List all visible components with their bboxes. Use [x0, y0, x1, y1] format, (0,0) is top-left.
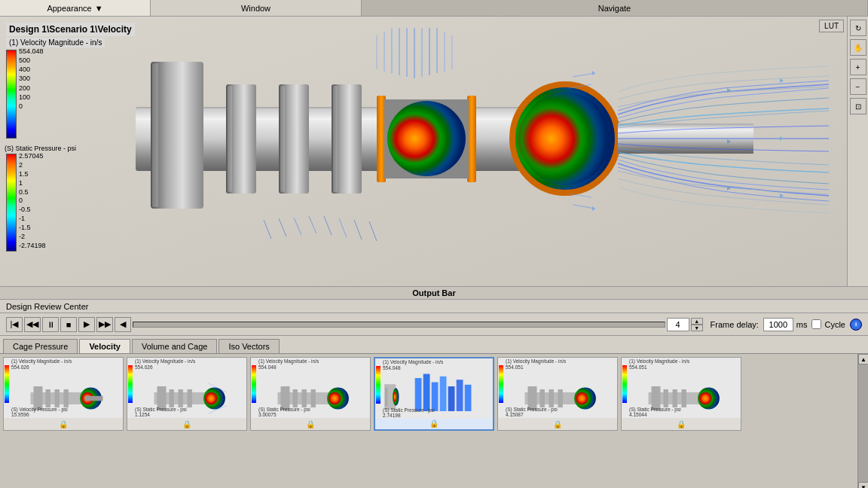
thumbnail-3-scale [252, 365, 256, 403]
skip-back-button[interactable]: |◀ [6, 317, 23, 332]
frame-controls: 4 ▲ ▼ [667, 318, 703, 331]
menu-bar: Appearance ▼ Window Navigate [0, 0, 868, 17]
svg-rect-67 [293, 389, 298, 407]
scroll-down-button[interactable]: ▼ [858, 482, 868, 488]
thumbnail-4[interactable]: (1) Velocity Magnitude - in/s 554.048 [374, 357, 494, 431]
tab-iso-vectors[interactable]: Iso Vectors [219, 339, 279, 353]
thumbnail-5-scale [499, 365, 503, 403]
play-button[interactable]: ▶ [78, 317, 95, 332]
svg-rect-91 [682, 389, 686, 407]
scroll-up-button[interactable]: ▲ [858, 354, 868, 364]
toolbar-zoom-in[interactable]: + [850, 59, 866, 75]
frame-spin-up[interactable]: ▲ [691, 318, 703, 325]
thumbnail-6[interactable]: (1) Velocity Magnitude - in/s 554.051 [621, 357, 741, 431]
toolbar-rotate[interactable]: ↻ [850, 20, 866, 36]
viewport: Design 1\Scenario 1\Velocity (1) Velocit… [0, 17, 868, 286]
svg-rect-53 [55, 389, 60, 407]
toolbar-pan[interactable]: ✋ [850, 39, 866, 56]
svg-rect-17 [228, 86, 232, 192]
svg-point-27 [520, 92, 610, 185]
velocity-scale-container [6, 50, 17, 139]
thumbnail-5[interactable]: (1) Velocity Magnitude - in/s 554.051 [497, 357, 618, 431]
toolbar-fit[interactable]: ⊡ [850, 98, 866, 114]
thumbnail-3[interactable]: (1) Velocity Magnitude - in/s 554.048 [250, 357, 371, 431]
toolbar-zoom-out[interactable]: − [850, 78, 866, 95]
menu-window[interactable]: Window [151, 0, 362, 16]
svg-rect-74 [440, 377, 447, 411]
svg-point-25 [387, 101, 466, 176]
svg-rect-79 [385, 387, 387, 406]
pause-button[interactable]: ⏸ [42, 317, 59, 332]
cycle-label: Cycle [824, 320, 845, 329]
thumbnail-1-label: (1) Velocity Magnitude - in/s 554.026 [11, 358, 122, 371]
ms-label: ms [796, 320, 808, 329]
stop-button[interactable]: ■ [60, 317, 77, 332]
drc-header: Design Review Center [0, 300, 868, 313]
tab-velocity[interactable]: Velocity [79, 339, 130, 353]
scroll-track [858, 364, 868, 482]
svg-rect-71 [415, 378, 422, 411]
playback-progress[interactable] [133, 322, 665, 328]
thumbnail-2-lock: 🔒 [182, 420, 191, 429]
thumbnail-5-inner: (1) Velocity Magnitude - in/s 554.051 [498, 358, 617, 418]
thumbnails-scroll-area: (1) Velocity Magnitude - in/s 554.026 [0, 354, 868, 488]
next-frame-button[interactable]: ▶▶ [96, 317, 113, 332]
tab-cage-pressure[interactable]: Cage Pressure [3, 339, 78, 353]
thumbnail-4-chart [402, 370, 491, 411]
svg-rect-19 [280, 86, 285, 192]
frame-number-input[interactable]: 4 [667, 318, 689, 331]
thumbnail-3-sublabel: (S) Static Pressure - psi 3.00075 [258, 407, 369, 417]
viewport-title: Design 1\Scenario 1\Velocity [6, 23, 135, 36]
frame-spin-down[interactable]: ▼ [691, 325, 703, 331]
cycle-checkbox[interactable] [811, 319, 821, 329]
thumbnail-2-inner: (1) Velocity Magnitude - in/s 554.026 [127, 358, 246, 418]
svg-rect-76 [457, 380, 463, 411]
svg-rect-56 [85, 396, 103, 401]
svg-rect-52 [46, 389, 50, 407]
menu-window-label: Window [241, 4, 270, 13]
viewport-svg [0, 17, 868, 286]
menu-appearance[interactable]: Appearance ▼ [0, 0, 151, 16]
svg-rect-14 [151, 62, 203, 209]
prev-frame-button[interactable]: ◀◀ [24, 317, 41, 332]
svg-rect-15 [152, 63, 158, 207]
thumbnail-4-scale [376, 366, 381, 404]
thumbnail-1-sublabel: (S) Velocity Pressure - psi 15.9596 [11, 407, 122, 417]
thumbnail-3-inner: (1) Velocity Magnitude - in/s 554.048 [251, 358, 370, 418]
menu-navigate-label: Navigate [598, 4, 631, 13]
svg-rect-59 [170, 389, 174, 407]
svg-rect-72 [423, 374, 430, 412]
frame-delay-input[interactable] [763, 318, 793, 331]
right-toolbar: ↻ ✋ + − ⊡ [847, 17, 868, 286]
svg-rect-83 [540, 389, 545, 407]
thumbnail-3-label: (1) Velocity Magnitude - in/s 554.048 [258, 358, 369, 371]
thumbnail-1-lock: 🔒 [59, 420, 68, 429]
thumbnail-2-label: (1) Velocity Magnitude - in/s 554.026 [135, 358, 246, 371]
svg-rect-90 [673, 389, 677, 407]
svg-rect-84 [549, 389, 554, 407]
svg-point-80 [393, 388, 399, 406]
expand-button[interactable]: ◀ [115, 317, 131, 332]
thumbnail-6-inner: (1) Velocity Magnitude - in/s 554.051 [622, 358, 741, 418]
thumbnail-6-label: (1) Velocity Magnitude - in/s 554.051 [629, 358, 740, 371]
menu-appearance-label: Appearance [47, 4, 91, 13]
thumbnail-3-lock: 🔒 [306, 420, 315, 429]
thumbnail-6-scale [622, 365, 627, 403]
thumbnail-2-scale [128, 365, 133, 403]
pressure-color-bar [6, 154, 17, 252]
thumbnail-5-lock: 🔒 [553, 420, 562, 429]
lut-button[interactable]: LUT [819, 20, 844, 32]
svg-rect-85 [558, 389, 563, 407]
bottom-section: Design Review Center |◀ ◀◀ ⏸ ■ ▶ ▶▶ ◀ 4 … [0, 300, 868, 488]
svg-rect-69 [311, 389, 316, 407]
tab-bar: Cage Pressure Velocity Volume and Cage I… [0, 336, 868, 354]
thumbnail-4-sublabel: (S) Static Pressure - psi 2.74198 [383, 407, 492, 418]
pressure-scale-title: (S) Static Pressure - psi [5, 145, 76, 152]
frame-spinner[interactable]: ▲ ▼ [691, 318, 703, 331]
menu-navigate[interactable]: Navigate [362, 0, 868, 16]
frame-delay-label: Frame delay: [711, 320, 759, 329]
tab-volume-cage[interactable]: Volume and Cage [132, 339, 217, 353]
thumbnail-2[interactable]: (1) Velocity Magnitude - in/s 554.026 [127, 357, 247, 431]
thumbnail-1[interactable]: (1) Velocity Magnitude - in/s 554.026 [3, 357, 124, 431]
frame-nav [133, 322, 665, 328]
